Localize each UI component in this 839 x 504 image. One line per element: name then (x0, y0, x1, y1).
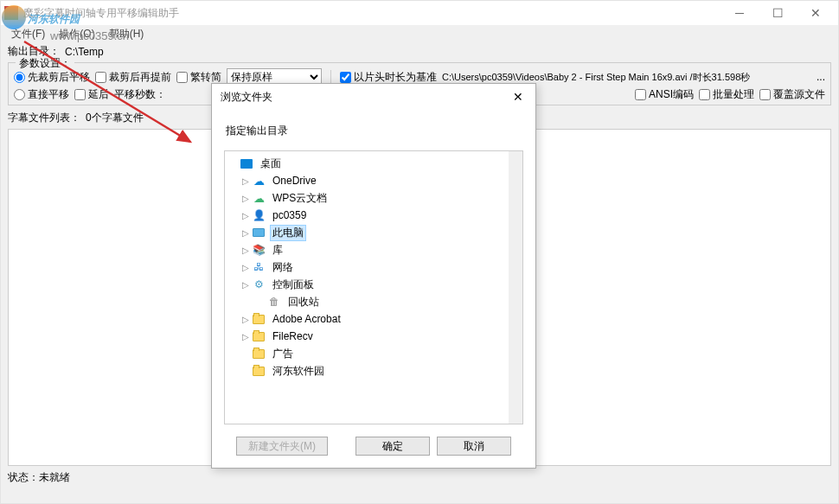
tree-hedong[interactable]: 河东软件园 (225, 362, 522, 380)
folder-icon (253, 367, 265, 376)
video-info: C:\Users\pc0359\Videos\Baby 2 - First St… (442, 71, 750, 84)
tree-recycle[interactable]: 🗑回收站 (225, 293, 522, 310)
recycle-icon: 🗑 (266, 295, 282, 309)
tree-lib[interactable]: ▷📚库 (225, 241, 522, 258)
tree-user[interactable]: ▷👤pc0359 (225, 207, 522, 224)
check-clip-basis[interactable]: 以片头时长为基准 (340, 70, 437, 85)
app-icon (4, 6, 18, 20)
status-bar: 状态：未就绪 (1, 468, 838, 488)
dialog-title-bar: 浏览文件夹 ✕ (212, 84, 535, 110)
list-label: 字幕文件列表： (8, 111, 80, 125)
folder-tree[interactable]: 桌面 ▷☁OneDrive ▷☁WPS云文档 ▷👤pc0359 ▷此电脑 ▷📚库… (224, 150, 523, 424)
list-count: 0个字幕文件 (86, 111, 144, 125)
pc-icon (253, 228, 265, 237)
close-button[interactable]: ✕ (797, 1, 835, 25)
separator (330, 70, 331, 84)
check-opt3[interactable]: 繁转简 (176, 70, 221, 85)
radio-direct[interactable]: 直接平移 (14, 87, 69, 102)
dialog-close-button[interactable]: ✕ (509, 90, 527, 104)
window-title: 魔彩字幕时间轴专用平移编辑助手 (23, 6, 721, 21)
network-icon: 🖧 (251, 260, 266, 274)
wps-icon: ☁ (251, 191, 266, 205)
tree-network[interactable]: ▷🖧网络 (225, 258, 522, 276)
tree-onedrive[interactable]: ▷☁OneDrive (225, 172, 522, 189)
tree-ad[interactable]: 广告 (225, 345, 522, 362)
minimize-button[interactable]: ─ (721, 1, 759, 25)
folder-icon (253, 349, 265, 359)
new-folder-button[interactable]: 新建文件夹(M) (236, 437, 328, 456)
check-delay[interactable]: 延后 (74, 87, 109, 102)
onedrive-icon: ☁ (251, 174, 266, 188)
folder-icon (253, 332, 265, 341)
tree-thispc[interactable]: ▷此电脑 (225, 224, 522, 241)
dialog-prompt: 指定输出目录 (224, 117, 523, 150)
cancel-button[interactable]: 取消 (437, 437, 511, 456)
title-bar: 魔彩字幕时间轴专用平移编辑助手 ─ ☐ ✕ (1, 1, 838, 25)
desktop-icon (240, 159, 253, 169)
check-ansi[interactable]: ANSI编码 (635, 87, 694, 102)
browse-folder-dialog: 浏览文件夹 ✕ 指定输出目录 桌面 ▷☁OneDrive ▷☁WPS云文档 ▷👤… (211, 83, 536, 469)
check-batch[interactable]: 批量处理 (699, 87, 754, 102)
output-row: 输出目录： C:\Temp (1, 42, 838, 61)
status-value: 未就绪 (39, 471, 70, 483)
radio-opt1[interactable]: 先裁剪后平移 (14, 70, 90, 85)
check-opt2[interactable]: 裁剪后再提前 (95, 70, 171, 85)
control-panel-icon: ⚙ (251, 278, 266, 291)
status-label: 状态： (8, 471, 39, 483)
menu-help[interactable]: 帮助(H) (102, 25, 151, 43)
ok-button[interactable]: 确定 (355, 437, 430, 456)
library-icon: 📚 (251, 243, 266, 257)
browse-icon[interactable]: ... (817, 71, 825, 83)
menu-bar: 文件(F) 操作(O) 帮助(H) (1, 25, 838, 42)
tree-desktop[interactable]: 桌面 (225, 155, 522, 172)
folder-icon (253, 315, 265, 324)
menu-file[interactable]: 文件(F) (4, 25, 52, 43)
tree-control[interactable]: ▷⚙控制面板 (225, 276, 522, 293)
check-overwrite[interactable]: 覆盖源文件 (759, 87, 825, 102)
menu-operate[interactable]: 操作(O) (52, 25, 101, 43)
user-icon: 👤 (251, 208, 266, 222)
dialog-title: 浏览文件夹 (221, 90, 509, 105)
maximize-button[interactable]: ☐ (759, 1, 797, 25)
params-title: 参数设置： (16, 56, 74, 71)
shift-label: 平移秒数： (114, 87, 166, 102)
tree-wps[interactable]: ▷☁WPS云文档 (225, 189, 522, 207)
tree-scrollbar[interactable] (509, 151, 522, 424)
tree-filerecv[interactable]: ▷FileRecv (225, 328, 522, 345)
tree-adobe[interactable]: ▷Adobe Acrobat (225, 310, 522, 328)
